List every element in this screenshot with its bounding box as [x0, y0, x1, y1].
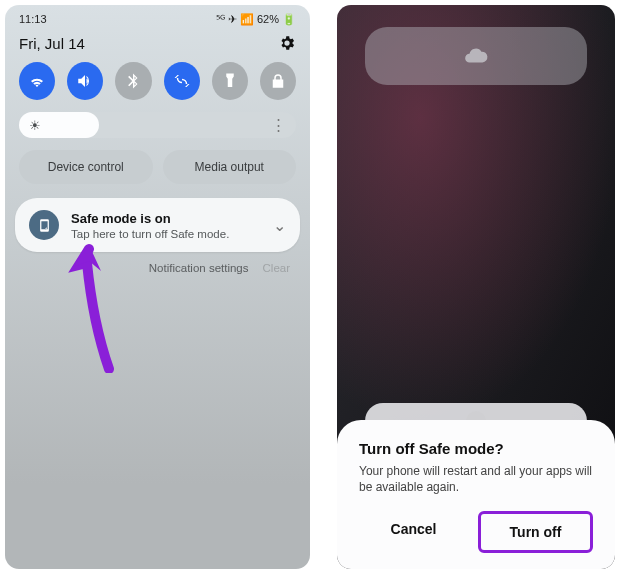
date-label: Fri, Jul 14	[19, 35, 85, 52]
notification-title: Safe mode is on	[71, 211, 229, 226]
turn-off-button[interactable]: Turn off	[478, 511, 593, 553]
confirm-sheet: Turn off Safe mode? Your phone will rest…	[337, 420, 615, 569]
notification-text: Safe mode is on Tap here to turn off Saf…	[71, 211, 229, 240]
clock: 11:13	[19, 13, 47, 26]
qs-flashlight[interactable]	[212, 62, 248, 100]
clear-link[interactable]: Clear	[263, 262, 290, 274]
device-control-chip[interactable]: Device control	[19, 150, 153, 184]
media-output-chip[interactable]: Media output	[163, 150, 297, 184]
lockscreen-dialog: Turn off Safe mode? Your phone will rest…	[337, 5, 615, 569]
qs-bluetooth[interactable]	[115, 62, 151, 100]
qs-wifi[interactable]	[19, 62, 55, 100]
cloud-icon	[463, 43, 489, 69]
qs-sync[interactable]	[164, 62, 200, 100]
brightness-menu-icon[interactable]: ⋮	[271, 116, 286, 134]
cancel-button[interactable]: Cancel	[359, 511, 468, 553]
status-indicators: ⁵ᴳ ✈ 📶 62% 🔋	[216, 13, 296, 26]
weather-widget[interactable]	[365, 27, 587, 85]
brightness-slider[interactable]: ☀ ⋮	[19, 112, 296, 138]
notification-settings-link[interactable]: Notification settings	[149, 262, 249, 274]
status-bar: 11:13 ⁵ᴳ ✈ 📶 62% 🔋	[5, 5, 310, 28]
brightness-icon: ☀	[29, 118, 41, 133]
dialog-title: Turn off Safe mode?	[359, 440, 593, 457]
notification-shade: 11:13 ⁵ᴳ ✈ 📶 62% 🔋 Fri, Jul 14 ☀ ⋮ Devic…	[5, 5, 310, 569]
chevron-down-icon[interactable]: ⌄	[273, 216, 286, 235]
qs-sound[interactable]	[67, 62, 103, 100]
dialog-message: Your phone will restart and all your app…	[359, 463, 593, 495]
quick-settings-row	[5, 62, 310, 110]
qs-lock[interactable]	[260, 62, 296, 100]
safe-mode-notification[interactable]: Safe mode is on Tap here to turn off Saf…	[15, 198, 300, 252]
phone-icon	[29, 210, 59, 240]
notification-subtitle: Tap here to turn off Safe mode.	[71, 228, 229, 240]
gear-icon[interactable]	[278, 34, 296, 52]
